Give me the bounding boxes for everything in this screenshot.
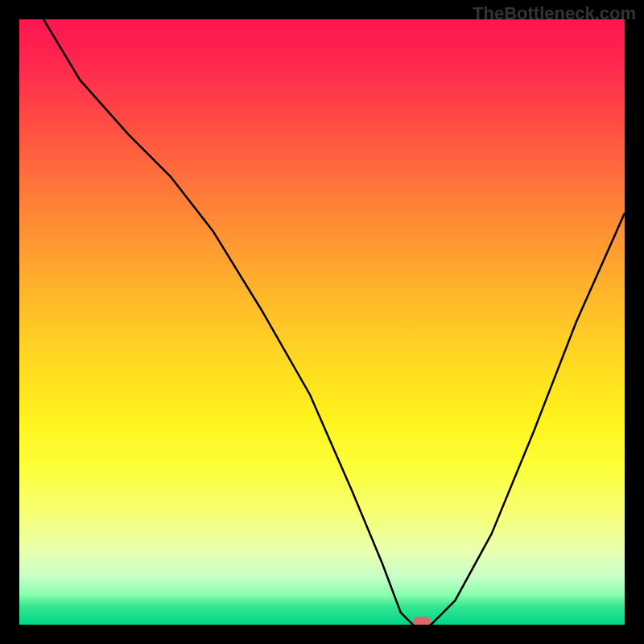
watermark-text: TheBottleneck.com bbox=[473, 3, 636, 24]
plot-area bbox=[19, 19, 625, 625]
bottleneck-curve bbox=[43, 19, 625, 625]
optimal-marker bbox=[413, 617, 431, 625]
curve-svg bbox=[19, 19, 625, 625]
